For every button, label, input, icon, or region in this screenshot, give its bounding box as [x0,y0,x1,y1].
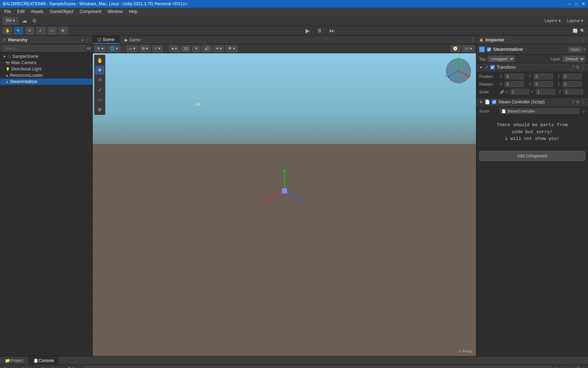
scene-hidden-btn[interactable]: 👁 ▾ [226,45,238,52]
hierarchy-all-btn[interactable]: All [87,46,91,50]
scale-x-input[interactable] [510,89,530,95]
hierarchy-item-directionallight[interactable]: 💡 Directional Light [0,66,92,72]
tool-move[interactable]: ✛ [95,66,104,75]
rot-z-input[interactable] [562,81,582,87]
scene-grid-btn[interactable]: ⚏ ▾ [126,45,138,52]
menu-component[interactable]: Component [77,8,104,15]
static-arrow-icon[interactable]: ▾ [583,47,585,51]
scale-link-icon[interactable]: 🔗 [500,90,504,94]
layout-dropdown[interactable]: Layout ▾ [565,18,585,24]
pause-button[interactable]: ⏸ [315,27,324,35]
hierarchy-add-btn[interactable]: + [82,38,84,42]
game-tab[interactable]: ▶ Game [120,36,146,44]
scene-2d-btn[interactable]: 🌐 ▾ [107,45,120,52]
project-tab[interactable]: 📁 Project [0,356,28,364]
scene-fx-btn[interactable]: ✦ ▾ [213,45,224,52]
menu-file[interactable]: File [1,8,14,15]
layers-dropdown[interactable]: Layers ▾ [542,18,563,24]
scene-gizmos-btn[interactable]: ⊞ ▾ [139,45,150,52]
scene-tool-scale[interactable]: ⤢ [36,27,46,35]
pos-y-input[interactable] [534,74,553,79]
steam-controller-header[interactable]: ▼ 📄 Steam Controller (Script) ? ⚙ ⋮ [476,98,588,106]
console-options-icon[interactable]: ⋮ [581,357,588,364]
scene-tool-rotate[interactable]: ↺ [25,27,34,35]
object-name[interactable]: SteamIntallizer [493,47,566,52]
scale-y-input[interactable] [536,89,555,95]
minimize-btn[interactable]: ─ [568,1,571,6]
tool-rect[interactable]: ▭ [95,95,104,104]
orientation-gizmo[interactable]: Y X Z [444,57,472,85]
steam-toggle[interactable] [492,100,496,104]
transform-settings-icon[interactable]: ⚙ [576,65,580,70]
hierarchy-item-steamintallizer[interactable]: ◈ SteamIntallizer [0,79,92,85]
add-component-button[interactable]: Add Component [479,151,585,161]
scene-snap-btn[interactable]: ⤢ ▾ [152,45,163,52]
pos-x-input[interactable] [505,74,524,79]
warn-badge[interactable]: ⚠ 0 [562,366,573,368]
transform-more-icon[interactable]: ⋮ [581,65,585,70]
settings-icon[interactable]: ⚙ [31,17,38,24]
menu-edit[interactable]: Edit [14,8,27,15]
hierarchy-item-resourcesloader[interactable]: ◈ ResourcesLoader [0,72,92,79]
pos-z-input[interactable] [562,74,582,79]
scene-2d-toggle[interactable]: 2D [181,45,191,52]
steam-more-icon[interactable]: ⋮ [581,100,585,104]
scene-draw-btn[interactable]: 🖱 ▾ [94,45,106,52]
scene-tool-rect[interactable]: ▭ [48,27,57,35]
scene-tab[interactable]: ⬡ Scene [93,36,120,44]
scale-z-input[interactable] [564,89,583,95]
hierarchy-item-samplescene[interactable]: ▼ ⬡ SampleScene [0,53,92,60]
layer-select[interactable]: Default [562,56,585,62]
hierarchy-menu-icon[interactable]: ☰ [3,38,6,42]
hierarchy-search[interactable] [1,45,85,52]
tool-rotate[interactable]: ↺ [95,75,104,84]
scene-options-icon[interactable]: ⋮ [469,36,476,44]
transform-help-icon[interactable]: ? [572,65,574,70]
collapse-button[interactable]: Collapse [19,367,38,368]
script-pick-icon[interactable]: ◎ [582,109,585,113]
inspector-lock-icon[interactable]: 🔒 [479,38,483,42]
scene-viewport[interactable]: ✋ ✛ ↺ ⤢ ▭ ⊕ [93,53,476,356]
scene-shading-btn[interactable]: ● ▾ [169,45,180,52]
tag-select[interactable]: Untagged [488,56,515,62]
scene-tool-move[interactable]: ✛ [14,27,23,35]
scene-nav-btn[interactable]: 🧭 [450,45,460,52]
hierarchy-item-maincamera[interactable]: 📷 Main Camera [0,60,92,66]
tool-scale[interactable]: ⤢ [95,85,104,94]
console-tab[interactable]: 📋 Console [28,356,59,364]
search-global-icon[interactable]: 🔍 [580,28,585,33]
cloud-icon[interactable]: ☁ [20,16,29,25]
menu-window[interactable]: Window [105,8,125,15]
menu-help[interactable]: Help [126,8,140,15]
transform-toggle[interactable] [490,65,495,69]
transform-component-header[interactable]: ▼ ⤢ Transform ? ⚙ ⋮ [476,63,588,71]
clear-button[interactable]: Clear [1,367,15,368]
steam-help-icon[interactable]: ? [572,100,574,104]
rot-x-input[interactable] [505,81,524,87]
scene-light-btn[interactable]: ☀ [192,45,201,52]
info-badge[interactable]: ℹ 1 [552,366,561,368]
close-btn[interactable]: ✕ [582,1,585,6]
step-button[interactable]: ⏭ [327,27,337,35]
play-button[interactable]: ▶ [303,27,312,35]
menu-gameobject[interactable]: GameObject [47,8,76,15]
console-search[interactable] [85,366,551,368]
error-pause-button[interactable]: Error Pause [40,367,65,368]
editor-button[interactable]: Editor ▾ [66,366,84,368]
steam-settings-icon[interactable]: ⚙ [576,100,580,104]
hierarchy-options-icon[interactable]: ⋮ [86,38,90,42]
error-badge[interactable]: 🚫 0 [574,366,587,368]
maximize-btn[interactable]: □ [575,1,578,6]
account-btn[interactable]: BM ▾ [3,17,18,25]
static-label[interactable]: Static [568,47,582,52]
inspector-options-icon[interactable]: ⋮ [581,38,585,42]
collab-icon[interactable]: 🔄 [573,28,578,33]
object-active-toggle[interactable] [487,47,491,52]
scene-cam-btn[interactable]: 📹 ▾ [462,45,475,52]
scene-tool-transform[interactable]: ⊕ [59,27,68,35]
scene-tool-hand[interactable]: ✋ [3,27,12,35]
menu-assets[interactable]: Assets [28,8,46,15]
tool-custom[interactable]: ⊕ [95,105,104,114]
scene-audio-btn[interactable]: 🔊 [202,45,212,52]
rot-y-input[interactable] [534,81,553,87]
